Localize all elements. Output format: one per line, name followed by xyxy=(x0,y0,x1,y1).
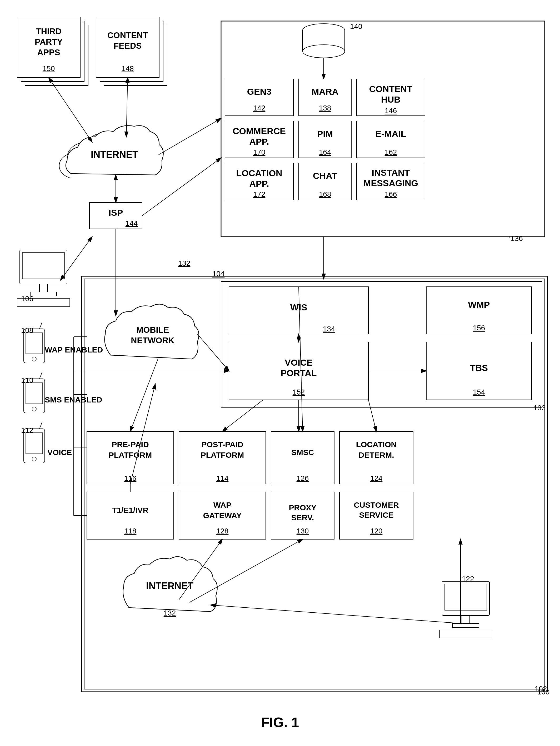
loc-determ-label: LOCATION xyxy=(356,440,397,449)
svg-rect-51 xyxy=(22,253,64,279)
loc-determ-label2: DETERM. xyxy=(359,451,394,459)
content-hub-label: CONTENT xyxy=(369,84,413,94)
svg-rect-69 xyxy=(462,615,470,624)
loc-determ-ref: 124 xyxy=(370,474,383,482)
prepaid-label2: PLATFORM xyxy=(109,451,152,459)
ref-104: 104 xyxy=(213,269,225,278)
tbs-label: TBS xyxy=(470,363,488,373)
ref-112: 112 xyxy=(21,426,33,434)
mara-label: MARA xyxy=(312,87,338,96)
mobile-network-label2: NETWORK xyxy=(131,336,174,345)
prepaid-ref: 116 xyxy=(124,474,137,482)
voice-portal-label2: PORTAL xyxy=(281,368,316,378)
cs-label2: SERVICE xyxy=(359,511,393,519)
wap-gw-ref: 128 xyxy=(216,527,229,535)
postpaid-label2: PLATFORM xyxy=(201,451,244,459)
ref-102: 102 xyxy=(535,685,547,693)
svg-rect-60 xyxy=(26,383,43,404)
wmp-ref: 156 xyxy=(473,324,485,332)
postpaid-label: POST-PAID xyxy=(201,440,243,449)
chat-label: CHAT xyxy=(313,171,337,181)
cf-ref: 148 xyxy=(121,64,134,73)
cs-ref: 120 xyxy=(370,527,383,535)
internet-bottom-ref: 132 xyxy=(164,609,176,617)
ref-106: 106 xyxy=(21,295,33,303)
cs-label: CUSTOMER xyxy=(354,500,399,509)
wis-label: WIS xyxy=(290,302,307,312)
ref-140: 140 xyxy=(350,22,362,30)
postpaid-ref: 114 xyxy=(216,474,229,482)
tpa-label: THIRD xyxy=(36,27,62,36)
commerce-label2: APP. xyxy=(250,137,269,146)
ref-136: 136 xyxy=(510,234,523,242)
smsc-ref: 126 xyxy=(297,474,309,482)
content-hub-ref: 146 xyxy=(385,107,397,115)
isp-label: ISP xyxy=(109,207,123,218)
cf-label2: FEEDS xyxy=(114,41,142,51)
fig-label: FIG. 1 xyxy=(261,714,299,730)
chat-ref: 168 xyxy=(319,190,331,198)
wap-gw-label2: GATEWAY xyxy=(203,511,242,520)
pim-ref: 164 xyxy=(319,148,331,156)
proxy-label2: SERV. xyxy=(291,513,314,522)
svg-rect-70 xyxy=(453,624,479,627)
email-ref: 162 xyxy=(385,148,397,156)
ref-122: 122 xyxy=(462,575,474,583)
wmp-label: WMP xyxy=(468,299,490,310)
svg-rect-68 xyxy=(445,584,487,610)
im-label2: MESSAGING xyxy=(363,178,418,188)
internet-top-label: INTERNET xyxy=(91,149,138,160)
voice-label: VOICE xyxy=(47,448,72,457)
t1-label: T1/E1/IVR xyxy=(112,506,149,515)
svg-rect-71 xyxy=(440,630,492,638)
diagram-container: 100 102 136 140 GEN3 142 MARA 138 CONTEN… xyxy=(0,0,560,746)
isp-ref: 144 xyxy=(125,219,138,227)
gen3-ref: 142 xyxy=(253,104,265,112)
location-app-label2: APP. xyxy=(250,179,269,189)
voice-portal-ref: 152 xyxy=(292,388,305,396)
tpa-label2: PARTY xyxy=(35,37,63,47)
ref-132-label: 132 xyxy=(178,259,191,267)
commerce-ref: 170 xyxy=(253,148,265,156)
im-ref: 166 xyxy=(385,190,397,198)
tpa-label3: APPS xyxy=(37,48,60,57)
svg-rect-64 xyxy=(26,433,43,454)
svg-rect-53 xyxy=(30,292,57,296)
tpa-ref: 150 xyxy=(43,64,55,73)
smsc-label: SMSC xyxy=(291,448,314,457)
cf-label: CONTENT xyxy=(107,30,148,40)
ref-110: 110 xyxy=(21,376,33,384)
commerce-label: COMMERCE xyxy=(233,126,286,136)
wap-gw-label: WAP xyxy=(214,500,231,509)
svg-rect-56 xyxy=(26,333,43,354)
location-app-ref: 172 xyxy=(253,190,265,198)
proxy-ref: 130 xyxy=(297,527,309,535)
prepaid-label: PRE-PAID xyxy=(112,440,149,449)
svg-rect-52 xyxy=(39,284,47,292)
email-label: E-MAIL xyxy=(375,128,406,139)
t1-ref: 118 xyxy=(124,527,137,535)
voice-portal-label: VOICE xyxy=(285,357,313,368)
pim-label: PIM xyxy=(317,128,333,139)
ref-108: 108 xyxy=(21,326,33,334)
wis-ref: 134 xyxy=(323,325,335,333)
svg-point-10 xyxy=(303,45,345,58)
mara-ref: 138 xyxy=(319,104,331,112)
im-label: INSTANT xyxy=(372,168,410,177)
gen3-label: GEN3 xyxy=(247,87,272,96)
ref-133: 133 xyxy=(533,404,546,412)
location-app-label: LOCATION xyxy=(236,168,282,178)
tbs-ref: 154 xyxy=(473,388,485,396)
content-hub-label2: HUB xyxy=(381,94,400,105)
mobile-network-label: MOBILE xyxy=(136,325,169,335)
proxy-label: PROXY xyxy=(289,503,316,512)
